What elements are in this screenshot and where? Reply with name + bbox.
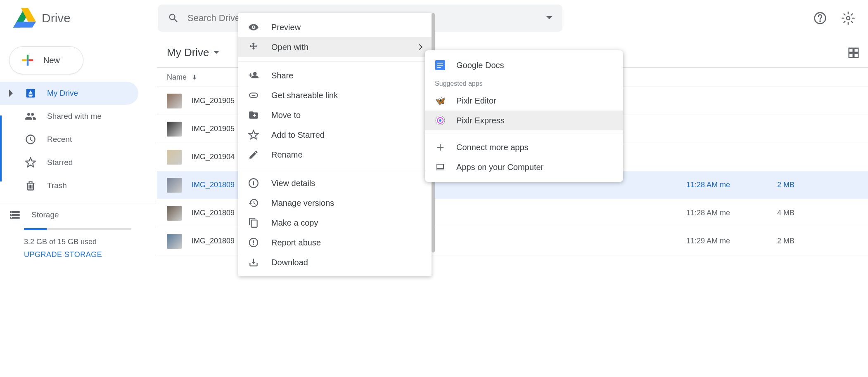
- nav-label: Recent: [47, 135, 72, 144]
- star-icon: [248, 130, 259, 140]
- logo-area[interactable]: Drive: [13, 8, 158, 28]
- file-modified: 11:29 AM me: [686, 237, 777, 245]
- search-icon: [168, 12, 179, 24]
- breadcrumb-current[interactable]: My Drive: [162, 44, 224, 61]
- submenu-item-pixlr-express[interactable]: Pixlr Express: [425, 111, 623, 130]
- svg-rect-8: [854, 48, 858, 52]
- new-button[interactable]: New: [9, 46, 83, 74]
- context-menu: PreviewOpen withShareGet shareable linkM…: [238, 13, 432, 276]
- menu-item-label: Move to: [271, 111, 301, 120]
- sidebar-item-my-drive[interactable]: My Drive: [0, 82, 138, 105]
- svg-rect-7: [849, 48, 853, 52]
- svg-point-1: [820, 21, 820, 21]
- sidebar-item-recent[interactable]: Recent: [0, 128, 138, 151]
- butterfly-icon: 🦋: [435, 95, 446, 106]
- submenu-item-pixlr-editor[interactable]: 🦋 Pixlr Editor: [425, 91, 623, 111]
- menu-item-label: Rename: [271, 150, 303, 160]
- menu-item-label: Share: [271, 71, 293, 80]
- menu-item-label: Preview: [271, 23, 301, 32]
- clock-icon: [25, 134, 36, 145]
- nav-label: Shared with me: [47, 112, 102, 121]
- submenu-item-apps-computer[interactable]: Apps on your Computer: [425, 157, 623, 177]
- file-thumbnail: [167, 206, 182, 221]
- menu-item-move-to[interactable]: Move to: [238, 105, 432, 125]
- svg-point-12: [253, 244, 254, 245]
- sidebar-item-shared[interactable]: Shared with me: [0, 105, 138, 128]
- shared-icon: [25, 111, 36, 122]
- svg-rect-9: [849, 53, 853, 57]
- svg-point-4: [11, 212, 12, 212]
- svg-rect-3: [27, 59, 28, 61]
- menu-divider: [238, 169, 432, 169]
- pixlr-express-icon: [435, 115, 446, 126]
- app-title: Drive: [42, 11, 71, 25]
- settings-gear-icon[interactable]: [842, 12, 855, 25]
- sidebar-item-trash[interactable]: Trash: [0, 174, 138, 197]
- nav-label: My Drive: [47, 89, 78, 98]
- folder-move-icon: [248, 110, 259, 120]
- svg-rect-20: [437, 164, 443, 169]
- laptop-icon: [435, 162, 446, 172]
- info-icon: [248, 178, 259, 188]
- menu-item-open-with[interactable]: Open with: [238, 37, 432, 57]
- file-size: 2 MB: [777, 181, 868, 189]
- submenu-item-connect-apps[interactable]: Connect more apps: [425, 137, 623, 157]
- breadcrumb-dropdown-icon: [213, 51, 219, 55]
- menu-item-manage-versions[interactable]: Manage versions: [238, 193, 432, 213]
- menu-item-share[interactable]: Share: [238, 66, 432, 85]
- menu-item-view-details[interactable]: View details: [238, 173, 432, 193]
- file-thumbnail: [167, 150, 182, 165]
- copy-icon: [248, 217, 259, 228]
- menu-item-label: Get shareable link: [271, 91, 338, 100]
- svg-point-6: [11, 217, 12, 218]
- svg-rect-16: [437, 67, 441, 68]
- menu-item-label: Make a copy: [271, 218, 318, 228]
- link-icon: [248, 90, 259, 101]
- search-options-dropdown-icon[interactable]: [546, 16, 553, 20]
- file-thumbnail: [167, 94, 182, 108]
- sidebar-divider: [0, 203, 157, 203]
- menu-item-rename[interactable]: Rename: [238, 145, 432, 165]
- menu-item-label: Open with: [271, 42, 308, 52]
- menu-item-label: View details: [271, 179, 315, 188]
- svg-point-5: [11, 214, 12, 215]
- storage-used-text: 3.2 GB of 15 GB used: [24, 238, 145, 246]
- plus-icon: [19, 52, 36, 68]
- nav-label: Trash: [47, 181, 67, 190]
- menu-item-download[interactable]: Download: [238, 252, 432, 272]
- storage-icon: [9, 209, 21, 221]
- expand-chevron-icon[interactable]: [9, 90, 14, 97]
- svg-rect-15: [437, 65, 443, 66]
- report-icon: [248, 237, 259, 248]
- menu-item-label: Report abuse: [271, 238, 321, 247]
- svg-point-2: [847, 16, 850, 20]
- menu-item-get-shareable-link[interactable]: Get shareable link: [238, 85, 432, 105]
- history-icon: [248, 198, 259, 208]
- download-icon: [248, 257, 259, 268]
- menu-item-report-abuse[interactable]: Report abuse: [238, 233, 432, 252]
- move-arrows-icon: [248, 42, 259, 52]
- help-icon[interactable]: [813, 12, 827, 25]
- drive-icon: [25, 87, 36, 99]
- storage-label-row[interactable]: Storage: [9, 209, 145, 221]
- menu-item-preview[interactable]: Preview: [238, 17, 432, 37]
- open-with-submenu: Google Docs Suggested apps 🦋 Pixlr Edito…: [425, 50, 623, 182]
- sidebar-item-starred[interactable]: Starred: [0, 151, 138, 174]
- submenu-divider: [425, 134, 623, 134]
- menu-item-label: Download: [271, 258, 308, 267]
- menu-item-label: Manage versions: [271, 198, 334, 208]
- file-size: 4 MB: [777, 209, 868, 217]
- submenu-suggested-header: Suggested apps: [425, 75, 623, 91]
- menu-divider: [238, 61, 432, 61]
- file-thumbnail: [167, 122, 182, 137]
- menu-item-make-a-copy[interactable]: Make a copy: [238, 213, 432, 233]
- submenu-item-google-docs[interactable]: Google Docs: [425, 55, 623, 75]
- upgrade-storage-link[interactable]: UPGRADE STORAGE: [24, 250, 145, 259]
- file-thumbnail: [167, 178, 182, 193]
- grid-view-icon[interactable]: [847, 47, 860, 59]
- file-size: 2 MB: [777, 237, 868, 245]
- chevron-right-icon: [417, 44, 422, 50]
- sidebar: New My Drive Shared with me Recent Starr…: [0, 36, 157, 377]
- menu-item-add-to-starred[interactable]: Add to Starred: [238, 125, 432, 145]
- svg-rect-14: [437, 63, 443, 64]
